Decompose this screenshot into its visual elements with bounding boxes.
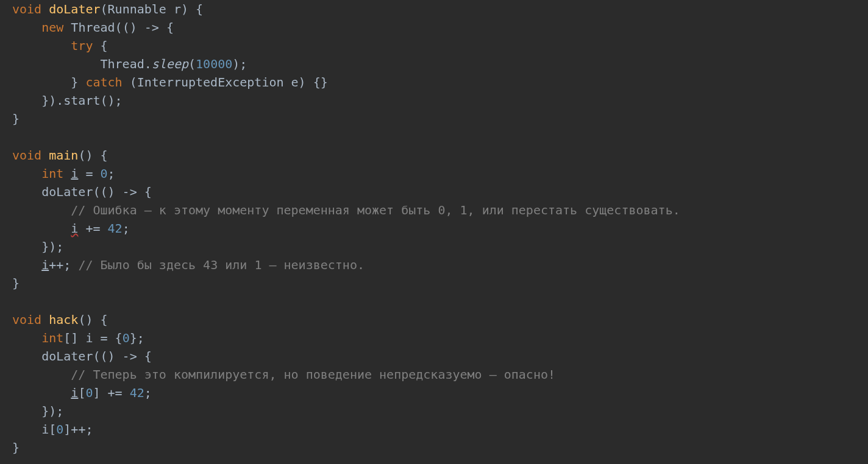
code-token: sleep [152, 57, 188, 71]
code-token: 0 [123, 331, 130, 345]
code-token: // Ошибка — к этому моменту переменная м… [71, 203, 680, 217]
code-token: i [41, 258, 49, 272]
code-token: 10000 [196, 57, 232, 71]
code-token: void [12, 312, 49, 327]
code-token: 0 [101, 166, 108, 181]
code-token: 42 [130, 385, 144, 400]
code-editor: void doLater(Runnable r) { new Thread(()… [0, 0, 868, 457]
code-token: i [71, 166, 78, 181]
code-token: hack [49, 312, 78, 327]
code-token: i [71, 221, 78, 236]
code-token: 42 [108, 221, 123, 236]
code-token: 0 [56, 422, 63, 437]
code-token: 0 [85, 385, 93, 400]
code-token: doLater [49, 2, 100, 16]
code-token: void [12, 2, 49, 16]
code-token: // Было бы здесь 43 или 1 — неизвестно. [78, 258, 365, 272]
code-token: catch [85, 75, 129, 90]
code-token: // Теперь это компилируется, но поведени… [71, 367, 555, 382]
code-token: int [41, 331, 63, 345]
code-token: main [49, 148, 78, 163]
code-token: int [41, 166, 71, 181]
code-token: try [71, 38, 100, 53]
code-token: i [71, 385, 78, 400]
code-token: void [12, 148, 49, 163]
code-token: new [41, 20, 71, 35]
